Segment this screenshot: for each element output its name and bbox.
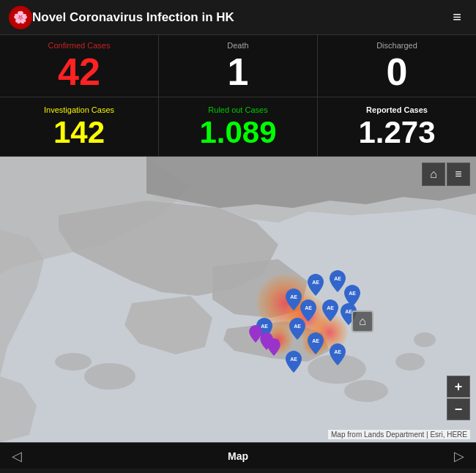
home-button[interactable]: ⌂ bbox=[422, 163, 445, 186]
svg-text:AE: AE bbox=[334, 349, 341, 354]
svg-text:AE: AE bbox=[305, 305, 312, 310]
ruled-out-value: 1.089 bbox=[199, 117, 276, 148]
ruled-out-label: Ruled out Cases bbox=[208, 105, 267, 114]
svg-text:AE: AE bbox=[290, 294, 297, 299]
map-container[interactable]: AE AE AE AE AE AE AE bbox=[0, 157, 476, 442]
discharged-cell: Discharged 0 bbox=[318, 35, 476, 97]
svg-text:AE: AE bbox=[312, 338, 319, 343]
investigation-value: 142 bbox=[53, 117, 105, 148]
home-marker: ⌂ bbox=[352, 310, 373, 332]
map-attribution: Map from Lands Department | Esri, HERE bbox=[328, 430, 470, 439]
marker-ae-3: AE bbox=[330, 270, 346, 295]
layers-button[interactable]: ≡ bbox=[447, 163, 470, 186]
marker-ae-2: AE bbox=[308, 274, 324, 299]
marker-ae-11: AE bbox=[330, 343, 346, 368]
svg-point-4 bbox=[84, 363, 135, 390]
svg-text:AE: AE bbox=[349, 291, 356, 296]
marker-ae-8: AE bbox=[289, 318, 305, 343]
nav-right-arrow[interactable]: ▷ bbox=[454, 448, 464, 464]
investigation-cell: Investigation Cases 142 bbox=[0, 97, 158, 156]
map-top-controls: ⌂ ≡ bbox=[422, 163, 470, 186]
marker-purple-3 bbox=[267, 338, 280, 359]
svg-point-3 bbox=[344, 380, 388, 402]
svg-text:AE: AE bbox=[290, 357, 297, 362]
marker-ae-1: AE bbox=[286, 288, 302, 313]
confirmed-value: 42 bbox=[58, 53, 100, 91]
discharged-value: 0 bbox=[387, 53, 408, 91]
marker-ae-6: AE bbox=[322, 299, 338, 324]
svg-text:AE: AE bbox=[294, 324, 301, 329]
hk-emblem: 🌸 bbox=[9, 6, 32, 29]
svg-point-5 bbox=[55, 353, 92, 370]
death-cell: Death 1 bbox=[159, 35, 317, 97]
svg-text:AE: AE bbox=[327, 305, 334, 310]
investigation-label: Investigation Cases bbox=[44, 105, 114, 114]
reported-cell: Reported Cases 1.273 bbox=[318, 97, 476, 156]
zoom-controls: + − bbox=[447, 376, 470, 420]
nav-left-arrow[interactable]: ◁ bbox=[12, 448, 22, 464]
nav-label: Map bbox=[228, 450, 248, 462]
marker-ae-12: AE bbox=[286, 351, 302, 376]
bottom-nav: ◁ Map ▷ bbox=[0, 442, 476, 469]
death-label: Death bbox=[227, 41, 248, 50]
discharged-label: Discharged bbox=[376, 41, 417, 50]
svg-point-6 bbox=[395, 353, 425, 370]
ruled-out-cell: Ruled out Cases 1.089 bbox=[159, 97, 317, 156]
marker-ae-10: AE bbox=[308, 332, 324, 357]
zoom-in-button[interactable]: + bbox=[447, 376, 470, 398]
svg-text:AE: AE bbox=[334, 276, 341, 281]
app-title: Novel Coronavirus Infection in HK bbox=[32, 10, 447, 25]
confirmed-cases-cell: Confirmed Cases 42 bbox=[0, 35, 158, 97]
svg-point-7 bbox=[414, 332, 436, 347]
menu-icon[interactable]: ≡ bbox=[447, 6, 467, 29]
zoom-out-button[interactable]: − bbox=[447, 398, 470, 420]
header: 🌸 Novel Coronavirus Infection in HK ≡ bbox=[0, 0, 476, 35]
svg-text:AE: AE bbox=[312, 280, 319, 285]
reported-label: Reported Cases bbox=[366, 105, 428, 114]
stats-grid: Confirmed Cases 42 Death 1 Discharged 0 … bbox=[0, 35, 476, 157]
death-value: 1 bbox=[228, 53, 249, 91]
confirmed-label: Confirmed Cases bbox=[48, 41, 111, 50]
reported-value: 1.273 bbox=[358, 117, 435, 148]
